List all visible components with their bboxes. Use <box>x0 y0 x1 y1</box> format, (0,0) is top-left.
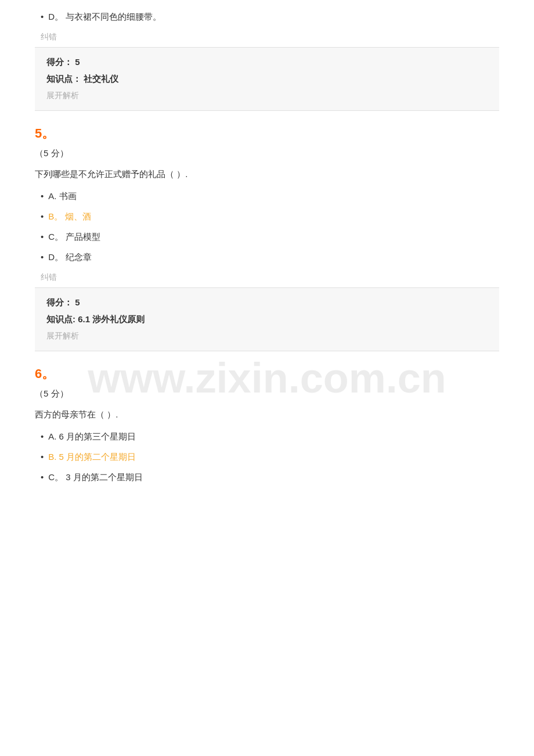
answer-5-b: • B。 烟、酒 <box>35 211 499 222</box>
question5-points: （5 分） <box>35 148 499 159</box>
answer-6-b-text: B. 5 月的第二个星期日 <box>48 452 136 463</box>
answer-5-d: • D。 纪念章 <box>35 252 499 263</box>
question6: 6。 （5 分） 西方的母亲节在（ ）. • A. 6 月的第三个星期日 • B… <box>35 365 499 483</box>
bullet-6-b: • <box>41 452 44 462</box>
answer-6-b: • B. 5 月的第二个星期日 <box>35 452 499 463</box>
answer-6-a: • A. 6 月的第三个星期日 <box>35 431 499 442</box>
answer-5-a: • A. 书画 <box>35 191 499 202</box>
result-box-4: 得分： 5 知识点： 社交礼仪 展开解析 <box>35 47 499 111</box>
answer-d-text: D。 与衣裙不同色的细腰带。 <box>48 12 161 23</box>
knowledge-4: 知识点： 社交礼仪 <box>46 74 488 85</box>
bullet-6-a: • <box>41 431 44 441</box>
question6-number: 6。 <box>35 365 499 383</box>
answer-6-c-text: C。 3 月的第二个星期日 <box>48 472 143 483</box>
answer-5-c-text: C。 产品模型 <box>48 232 100 243</box>
bullet-5-a: • <box>41 191 44 201</box>
question4-tail: • D。 与衣裙不同色的细腰带。 纠错 得分： 5 知识点： 社交礼仪 展开解析 <box>35 12 499 111</box>
answer-5-c: • C。 产品模型 <box>35 232 499 243</box>
answer-5-a-text: A. 书画 <box>48 191 76 202</box>
answer-5-b-text: B。 烟、酒 <box>48 211 91 222</box>
bullet-d: • <box>41 12 44 21</box>
question6-points: （5 分） <box>35 388 499 399</box>
result-box-5: 得分： 5 知识点: 6.1 涉外礼仪原则 展开解析 <box>35 287 499 351</box>
question6-text: 西方的母亲节在（ ）. <box>35 406 499 422</box>
expand-5[interactable]: 展开解析 <box>46 331 488 341</box>
answer-6-c: • C。 3 月的第二个星期日 <box>35 472 499 483</box>
answer-5-d-text: D。 纪念章 <box>48 252 92 263</box>
score-4: 得分： 5 <box>46 57 488 68</box>
bullet-5-d: • <box>41 252 44 262</box>
question5-number: 5。 <box>35 125 499 142</box>
score-5: 得分： 5 <box>46 297 488 308</box>
correction-label-4[interactable]: 纠错 <box>41 32 499 42</box>
bullet-5-c: • <box>41 232 44 242</box>
expand-4[interactable]: 展开解析 <box>46 91 488 101</box>
correction-label-5[interactable]: 纠错 <box>41 272 499 283</box>
bullet-6-c: • <box>41 472 44 482</box>
question5: 5。 （5 分） 下列哪些是不允许正式赠予的礼品（ ）. • A. 书画 • B… <box>35 125 499 351</box>
question5-text: 下列哪些是不允许正式赠予的礼品（ ）. <box>35 166 499 182</box>
bullet-5-b: • <box>41 211 44 221</box>
answer-d-item: • D。 与衣裙不同色的细腰带。 <box>35 12 499 23</box>
knowledge-5: 知识点: 6.1 涉外礼仪原则 <box>46 314 488 325</box>
answer-6-a-text: A. 6 月的第三个星期日 <box>48 431 136 442</box>
